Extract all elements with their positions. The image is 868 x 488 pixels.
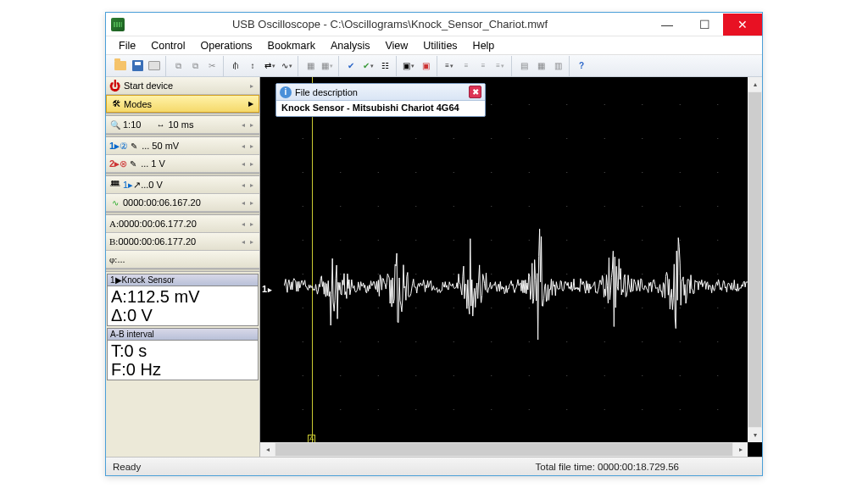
measurement-panel-2: A-B interval T:0 s F:0 Hz: [107, 328, 259, 380]
marker-tool-button[interactable]: ↕: [244, 58, 261, 75]
interval-header: A-B interval: [108, 329, 258, 341]
cut-button[interactable]: ✂: [203, 58, 220, 75]
chevron-right-icon: ▶: [247, 98, 255, 110]
layout3-button[interactable]: ▥: [549, 58, 566, 75]
trigger-value: ...0 V: [141, 180, 163, 190]
paste-button[interactable]: ⧉: [186, 58, 203, 75]
calc2-button[interactable]: ≡: [458, 58, 475, 75]
check-green-dropdown[interactable]: ✔: [359, 58, 376, 75]
zoom-row[interactable]: 🔍 1:10 ↔ 10 ms ◂▸: [106, 116, 259, 134]
arrow-right-icon[interactable]: ▸: [248, 119, 256, 130]
sidebar-fill: [106, 380, 259, 457]
scroll-thumb[interactable]: [275, 443, 732, 456]
arrow-left-icon[interactable]: ◂: [239, 179, 248, 191]
menu-utilities[interactable]: Utilities: [415, 38, 465, 53]
ch2-row[interactable]: 2▸⊗✎ ... 1 V ◂▸: [106, 155, 259, 173]
notes-button[interactable]: ☷: [376, 58, 393, 75]
menu-file[interactable]: File: [111, 38, 143, 53]
wave-mode-dropdown[interactable]: ∿: [278, 58, 295, 75]
menu-bookmark[interactable]: Bookmark: [260, 38, 323, 53]
chevron-right-icon: ▸: [248, 80, 256, 92]
measure-f: F:0 Hz: [111, 360, 254, 379]
menu-operations[interactable]: Operations: [192, 38, 259, 53]
phi-row[interactable]: φ:...: [106, 251, 259, 269]
arrow-right-icon[interactable]: ▸: [248, 140, 256, 152]
content-area: ⏻ Start device ▸ 🛠 Modes ▶ 🔍 1:10 ↔ 10 m…: [106, 77, 762, 457]
toolbar: ⧉ ⧉ ✂ ⫛ ↕ ⇄ ∿ ▦ ▦ ✔ ✔ ☷ ▣ ▣ ≡ ≡ ≡ ≡: [106, 55, 762, 77]
measure-t: T:0 s: [111, 341, 254, 360]
arrow-left-icon[interactable]: ◂: [239, 236, 248, 247]
open-button[interactable]: [112, 58, 129, 75]
arrow-left-icon[interactable]: ◂: [239, 197, 248, 208]
scroll-up-button[interactable]: ▴: [748, 77, 762, 92]
status-right: Total file time: 0000:00:18.729.56: [536, 462, 679, 472]
edge-icon: ↗: [133, 180, 141, 191]
check-blue-button[interactable]: ✔: [342, 58, 359, 75]
cursor-b-row[interactable]: B:0000:00:06.177.20 ◂▸: [106, 233, 259, 251]
record-button[interactable]: ▣: [417, 58, 434, 75]
waveform-trace: [284, 87, 752, 446]
arrow-left-icon[interactable]: ◂: [239, 119, 248, 130]
layout1-button[interactable]: ▤: [515, 58, 532, 75]
arrow-left-icon[interactable]: ◂: [239, 158, 248, 169]
phi-value: ...: [117, 254, 125, 264]
horizontal-scrollbar[interactable]: ◂ ▸: [260, 442, 748, 457]
calc1-dropdown[interactable]: ≡: [441, 58, 458, 75]
file-description-popup: i File description ✖ Knock Sensor - Mits…: [275, 83, 486, 117]
probe-icon: ✎: [128, 140, 140, 152]
start-device-label: Start device: [124, 80, 173, 91]
menu-help[interactable]: Help: [465, 38, 503, 53]
calc4-dropdown[interactable]: ≡: [492, 58, 509, 75]
grid-dropdown[interactable]: ▦: [319, 58, 336, 75]
cursor-a-row[interactable]: A:0000:00:06.177.20 ◂▸: [106, 215, 259, 233]
layout2-button[interactable]: ▦: [532, 58, 549, 75]
close-button[interactable]: ✕: [723, 14, 762, 36]
menubar: File Control Operations Bookmark Analysi…: [106, 36, 762, 55]
start-device-button[interactable]: ⏻ Start device ▸: [106, 77, 259, 95]
scroll-left-button[interactable]: ◂: [260, 442, 275, 457]
screenshot-dropdown[interactable]: ▣: [400, 58, 417, 75]
cursor-mode-dropdown[interactable]: ⇄: [261, 58, 278, 75]
titlebar: USB Oscilloscope - C:\Oscillograms\Knock…: [106, 13, 762, 36]
zoom-icon: 🔍: [109, 119, 121, 130]
copy-button[interactable]: ⧉: [170, 58, 186, 75]
maximize-button[interactable]: ☐: [686, 14, 723, 36]
cursor-a-value: 0000:00:06.177.20: [119, 219, 197, 229]
waveform-display[interactable]: 1 A B i File description ✖ Knock Sensor …: [260, 77, 762, 457]
menu-control[interactable]: Control: [143, 38, 192, 53]
grid-button[interactable]: ▦: [302, 58, 319, 75]
trigger-row[interactable]: ᚙ1▸↗ ...0 V ◂▸: [106, 176, 259, 194]
minimize-button[interactable]: —: [648, 14, 686, 36]
scroll-right-button[interactable]: ▸: [733, 442, 748, 457]
status-left: Ready: [113, 462, 141, 472]
arrow-left-icon[interactable]: ◂: [239, 218, 248, 230]
vertical-scrollbar[interactable]: ▴ ▾: [748, 77, 762, 442]
menu-analysis[interactable]: Analysis: [323, 38, 378, 53]
measure-delta: Δ:0 V: [111, 306, 254, 324]
timestamp-value: 0000:00:06.167.20: [123, 197, 201, 208]
probe-icon: ✎: [127, 158, 139, 169]
arrow-right-icon[interactable]: ▸: [248, 179, 256, 191]
arrow-right-icon[interactable]: ▸: [248, 197, 256, 208]
measure-a: A:112.5 mV: [111, 287, 254, 306]
help-button[interactable]: ?: [573, 58, 590, 75]
modes-button[interactable]: 🛠 Modes ▶: [106, 95, 259, 113]
modes-label: Modes: [124, 99, 152, 109]
scroll-down-button[interactable]: ▾: [748, 428, 762, 442]
popup-close-button[interactable]: ✖: [469, 86, 481, 98]
arrow-right-icon[interactable]: ▸: [248, 158, 256, 169]
print-button[interactable]: [146, 58, 163, 75]
pulse-tool-button[interactable]: ⫛: [227, 58, 244, 75]
arrow-right-icon[interactable]: ▸: [248, 236, 256, 247]
timestamp-row[interactable]: ∿ 0000:00:06.167.20 ◂▸: [106, 194, 259, 212]
info-icon: i: [280, 86, 292, 98]
trigger-icon: ᚙ: [109, 179, 121, 191]
measurement-header: 1▶Knock Sensor: [108, 274, 258, 286]
save-button[interactable]: [129, 58, 146, 75]
ch1-row[interactable]: 1▸②✎ ... 50 mV ◂▸: [106, 137, 259, 155]
scroll-thumb[interactable]: [748, 92, 761, 427]
arrow-right-icon[interactable]: ▸: [248, 218, 256, 230]
calc3-button[interactable]: ≡: [475, 58, 492, 75]
menu-view[interactable]: View: [377, 38, 415, 53]
arrow-left-icon[interactable]: ◂: [239, 140, 248, 152]
